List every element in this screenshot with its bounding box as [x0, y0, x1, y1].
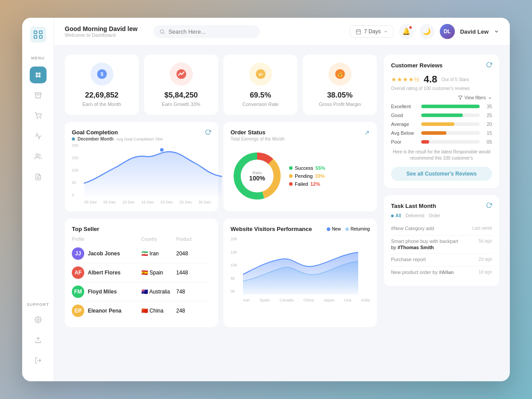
earn-month-label: Earn of the Month: [82, 102, 121, 107]
goal-legend-label: December Month: [78, 137, 113, 141]
col-product: Product: [176, 237, 211, 242]
svg-rect-1: [39, 31, 42, 34]
v-y-15k: 15k: [231, 250, 237, 254]
sidebar-item-archive[interactable]: [30, 87, 47, 104]
goal-legend-sub: Avg Goal Completion 78%: [116, 137, 163, 141]
user-chevron-icon[interactable]: [494, 29, 499, 34]
date-filter[interactable]: 7 Days: [350, 25, 393, 38]
star-rating: ★★★★½: [391, 76, 419, 83]
earn-month-icon: $: [90, 63, 113, 86]
sidebar-item-cart[interactable]: [30, 107, 47, 124]
seller-info-floyd: FM Floyd Miles: [72, 286, 141, 298]
v-y-20k: 20k: [231, 237, 237, 241]
country-china: 🇨🇳 China: [141, 308, 176, 314]
earn-growth-icon: [170, 63, 193, 86]
sidebar-item-analytics[interactable]: [30, 128, 47, 145]
bar-good: Good 25: [391, 113, 492, 118]
reviews-note: Here is the result for the latest Respon…: [391, 149, 492, 161]
bar-average: Average 20: [391, 121, 492, 127]
sidebar-item-logout[interactable]: [30, 352, 47, 369]
svg-point-13: [160, 30, 164, 33]
y-label-0: 0: [72, 193, 78, 197]
tab-all[interactable]: All: [391, 213, 401, 218]
tab-order[interactable]: Order: [429, 213, 440, 218]
visitors-legend: New Returning: [327, 227, 370, 231]
svg-rect-3: [39, 35, 42, 38]
task-time-4: 1d ago: [478, 270, 492, 275]
calendar-icon: [356, 29, 361, 35]
theme-toggle-button[interactable]: 🌙: [419, 24, 434, 39]
task-category-3: Purchase report: [391, 257, 426, 262]
svg-text:🏷: 🏷: [258, 72, 262, 77]
bar-fill-good: [421, 113, 463, 117]
earn-growth-label: Earn Growth 33%: [162, 102, 200, 107]
sidebar-item-reports[interactable]: [30, 168, 47, 185]
pending-dot: [289, 174, 293, 178]
notifications-button[interactable]: 🔔: [399, 24, 414, 39]
col-country: Country: [141, 237, 176, 242]
country-australia: 🇦🇺 Australia: [141, 289, 176, 295]
failed-dot: [289, 182, 293, 186]
task-time-1: Last week: [472, 226, 492, 231]
conversion-value: 69.5%: [250, 91, 271, 100]
success-label: Success: [295, 165, 313, 171]
task-time-3: 2d ago: [478, 257, 492, 262]
seller-name-floyd: Floyd Miles: [88, 289, 117, 295]
avatar-albert: AF: [72, 266, 84, 279]
reviews-refresh-icon[interactable]: [486, 62, 492, 69]
goal-refresh-icon[interactable]: [205, 129, 211, 137]
sidebar-item-settings[interactable]: [30, 311, 47, 328]
tab-delivered[interactable]: Delivered: [406, 213, 424, 218]
seller-name-jacob: Jacob Jones: [88, 250, 120, 257]
y-label-200: 200: [72, 143, 78, 148]
returning-dot: [345, 227, 349, 231]
v-y-0k: 0k: [231, 289, 237, 293]
gross-profit-icon: 💰: [329, 63, 352, 86]
support-label: SUPPORT: [27, 302, 49, 307]
bar-poor: Poor 05: [391, 139, 492, 145]
table-row: AF Albert Flores 🇪🇸 Spain 1448: [72, 263, 211, 282]
legend-failed: Failed 12%: [289, 181, 325, 187]
v-y-10k: 10k: [231, 263, 237, 267]
conversion-icon: 🏷: [249, 63, 272, 86]
table-row: EP Eleanor Pena 🇨🇳 China 248: [72, 301, 211, 320]
reviews-card: Customer Reviews ★★★★½ 4.8 Out of 5 Star…: [384, 55, 499, 188]
search-input[interactable]: [168, 28, 254, 35]
top-seller-card: Top Seller Profile Country Product JJ Ja…: [65, 219, 218, 327]
product-eleanor: 248: [176, 308, 211, 314]
seller-info-eleanor: EP Eleanor Pena: [72, 305, 141, 317]
top-seller-title: Top Seller: [72, 226, 211, 232]
bar-fill-poor: [421, 140, 429, 144]
rating-value: 4.8: [424, 74, 438, 85]
sidebar-item-users[interactable]: [30, 148, 47, 165]
task-card: Task Last Month All Delivered Order: [384, 195, 499, 286]
table-row: FM Floyd Miles 🇦🇺 Australia 748: [72, 282, 211, 301]
returning-label: Returning: [351, 227, 370, 231]
task-item-1: #New Category add Last week: [391, 223, 492, 235]
goal-x-labels: 05 Dec 05 Dec 10 Dec 15 Dec 20 Dec 25 De…: [84, 200, 211, 204]
task-category-2: Smart phone buy with backpart: [391, 239, 458, 244]
task-item-3: Purchase report 2d ago: [391, 254, 492, 266]
task-title: Task Last Month: [391, 203, 436, 209]
svg-line-14: [163, 32, 164, 33]
content-right: Customer Reviews ★★★★½ 4.8 Out of 5 Star…: [384, 55, 499, 372]
svg-text:100%: 100%: [249, 175, 265, 182]
seller-info-albert: AF Albert Flores: [72, 266, 141, 279]
visitors-x-labels: Iran Spain Canada China Japan Usa India: [243, 298, 370, 302]
task-item-4: New product order by #Allan 1d ago: [391, 266, 492, 279]
user-name[interactable]: David Lew: [460, 28, 489, 35]
view-filters-button[interactable]: View filters: [458, 95, 492, 100]
task-refresh-icon[interactable]: [486, 202, 492, 210]
sidebar-item-dashboard[interactable]: [30, 66, 47, 83]
country-iran: 🇮🇷 Iran: [141, 250, 176, 257]
new-dot: [327, 227, 330, 231]
greeting-sub: Welcome to Dashboard: [65, 32, 137, 38]
y-label-100: 100: [72, 168, 78, 172]
sidebar-item-export[interactable]: [30, 332, 47, 348]
tab-all-dot: [391, 215, 394, 217]
see-all-reviews-button[interactable]: See all Customer's Reviews: [391, 167, 492, 181]
y-label-50: 50: [72, 180, 78, 185]
new-label: New: [332, 227, 341, 231]
logo-icon[interactable]: [30, 27, 46, 43]
avatar-floyd: FM: [72, 286, 84, 298]
